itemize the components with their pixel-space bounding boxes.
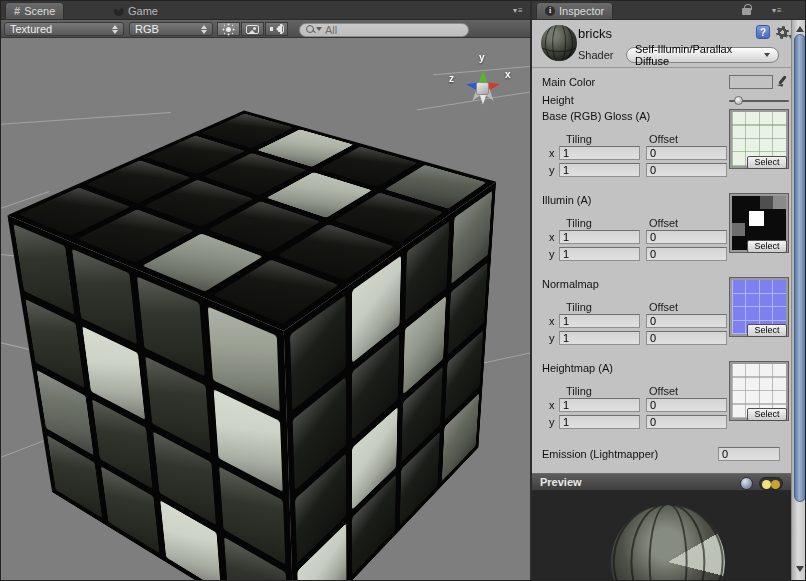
select-texture-button[interactable]: Select: [747, 240, 787, 253]
tiling-y-input[interactable]: [559, 331, 640, 345]
preview-panel: Preview: [532, 473, 791, 581]
texture-section: Illumin (A) Tiling Offset x y Select: [542, 194, 791, 263]
y-axis-label: y: [549, 332, 555, 344]
lock-icon[interactable]: [742, 8, 751, 15]
preview-sphere: [611, 505, 725, 581]
texture-thumbnail[interactable]: Select: [730, 110, 788, 168]
texture-thumbnail[interactable]: Select: [730, 362, 788, 420]
offset-x-input[interactable]: [646, 146, 727, 160]
inspector-panel-menu-icon[interactable]: ▾≡: [772, 6, 783, 15]
scene-grid-icon: #: [14, 5, 20, 17]
texture-sections: Base (RGB) Gloss (A) Tiling Offset x y S…: [542, 110, 791, 431]
illumin-texture-cell: [773, 196, 786, 209]
skybox-fx-toggle[interactable]: [241, 22, 264, 36]
height-label: Height: [542, 94, 574, 106]
gear-icon[interactable]: [776, 26, 789, 39]
inspector-scrollbar[interactable]: [791, 20, 806, 581]
main-color-label: Main Color: [542, 76, 595, 88]
shader-value: Self-Illumin/Parallax Diffuse: [635, 43, 764, 67]
preview-header[interactable]: Preview: [532, 473, 791, 491]
scroll-down-arrow-icon[interactable]: [796, 566, 804, 572]
textured-cube: [139, 157, 404, 533]
unity-editor-window: # Scene Game ▾≡ Textured RGB: [0, 0, 806, 581]
tiling-x-input[interactable]: [559, 230, 640, 244]
scene-lighting-toggle[interactable]: [217, 22, 240, 36]
offset-x-input[interactable]: [646, 314, 727, 328]
offset-header: Offset: [649, 301, 678, 313]
cube-tile: [37, 370, 94, 456]
scene-toolbar: Textured RGB: [1, 20, 532, 38]
tiling-x-input[interactable]: [559, 146, 640, 160]
scene-panel-menu-icon[interactable]: ▾≡: [513, 6, 524, 15]
tiling-header: Tiling: [566, 385, 592, 397]
preview-title: Preview: [540, 476, 582, 488]
scene-tabstrip: # Scene Game ▾≡: [1, 1, 532, 20]
gizmo-center-cube[interactable]: [476, 82, 489, 95]
offset-y-input[interactable]: [646, 415, 727, 429]
offset-x-input[interactable]: [646, 230, 727, 244]
inspector-tabstrip: i Inspector ▾≡: [532, 1, 806, 20]
tiling-y-input[interactable]: [559, 247, 640, 261]
preview-viewport[interactable]: [532, 491, 791, 581]
offset-y-input[interactable]: [646, 331, 727, 345]
scrollbar-thumb[interactable]: [794, 34, 806, 502]
tab-game[interactable]: Game: [105, 2, 167, 20]
tab-scene-label: Scene: [24, 5, 55, 17]
sun-icon: [226, 27, 231, 32]
offset-x-input[interactable]: [646, 398, 727, 412]
scene-orientation-gizmo[interactable]: y z x: [451, 56, 515, 120]
illumin-texture-cell: [749, 211, 764, 226]
scene-search-field[interactable]: [299, 23, 469, 37]
audio-toggle[interactable]: [265, 22, 288, 36]
offset-header: Offset: [649, 217, 678, 229]
scroll-up-arrow-icon[interactable]: [796, 26, 804, 32]
gizmo-x-label: x: [505, 69, 511, 80]
shader-field-label: Shader: [578, 49, 613, 61]
emission-label: Emission (Lightmapper): [542, 448, 658, 460]
inspector-panel: bricks Shader Self-Illumin/Parallax Diff…: [532, 20, 791, 581]
offset-y-input[interactable]: [646, 163, 727, 177]
preview-sphere-button[interactable]: [740, 477, 753, 490]
height-row: Height: [542, 92, 791, 110]
speaker-icon: [270, 24, 284, 34]
render-mode-value: Textured: [10, 23, 52, 35]
select-texture-button[interactable]: Select: [747, 156, 787, 169]
info-icon: i: [545, 6, 555, 16]
offset-y-input[interactable]: [646, 247, 727, 261]
updown-arrows-icon: [112, 25, 118, 34]
material-ball-thumbnail: [541, 25, 577, 61]
texture-thumbnail[interactable]: Select: [730, 194, 788, 252]
select-texture-button[interactable]: Select: [747, 408, 787, 421]
height-slider[interactable]: [729, 100, 789, 102]
tab-game-label: Game: [128, 5, 158, 17]
offset-header: Offset: [649, 385, 678, 397]
color-channels-dropdown[interactable]: RGB: [129, 22, 213, 36]
select-texture-button[interactable]: Select: [747, 324, 787, 337]
tiling-y-input[interactable]: [559, 163, 640, 177]
tiling-x-input[interactable]: [559, 398, 640, 412]
main-color-swatch[interactable]: [729, 75, 773, 89]
preview-lighting-toggle[interactable]: [759, 477, 783, 490]
illumin-texture-cell: [732, 223, 745, 236]
shader-dropdown[interactable]: Self-Illumin/Parallax Diffuse: [626, 47, 779, 63]
tiling-y-input[interactable]: [559, 415, 640, 429]
texture-section: Heightmap (A) Tiling Offset x y Select: [542, 362, 791, 431]
texture-thumbnail[interactable]: Select: [730, 278, 788, 336]
material-name: bricks: [578, 26, 612, 41]
render-mode-dropdown[interactable]: Textured: [4, 22, 124, 36]
eyedropper-icon[interactable]: [776, 74, 788, 90]
help-icon[interactable]: ?: [756, 25, 770, 39]
updown-arrows-icon: [201, 25, 207, 34]
game-icon: [114, 6, 124, 16]
texture-section: Base (RGB) Gloss (A) Tiling Offset x y S…: [542, 110, 791, 179]
tiling-x-input[interactable]: [559, 314, 640, 328]
tab-scene[interactable]: # Scene: [5, 2, 64, 20]
scene-viewport[interactable]: y z x: [1, 38, 530, 581]
tab-inspector[interactable]: i Inspector: [536, 2, 613, 20]
scene-search-input[interactable]: [323, 23, 443, 37]
emission-input[interactable]: [718, 447, 780, 461]
height-slider-knob[interactable]: [734, 96, 743, 105]
cube-object[interactable]: [26, 93, 506, 573]
tiling-header: Tiling: [566, 133, 592, 145]
gizmo-y-label: y: [479, 52, 485, 63]
